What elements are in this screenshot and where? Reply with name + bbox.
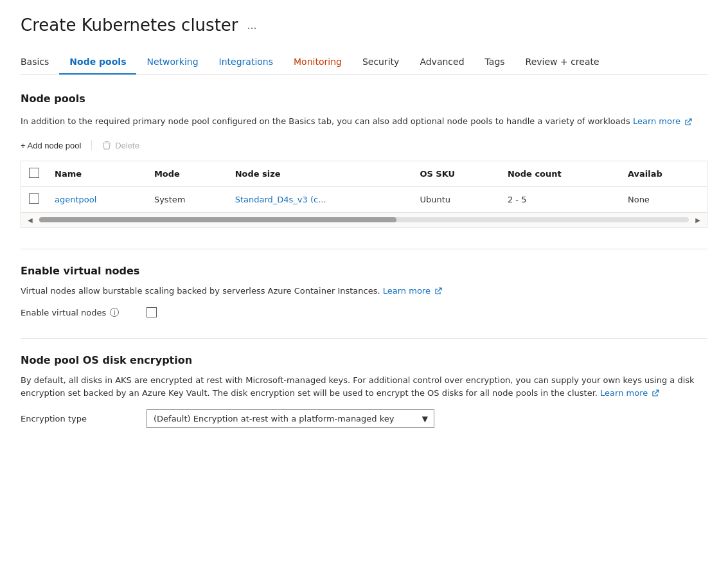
node-pools-table-container: Name Mode Node size OS SKU Node count Av… — [21, 161, 707, 228]
select-all-header — [21, 161, 47, 187]
col-availability: Availab — [620, 161, 707, 187]
virtual-nodes-title: Enable virtual nodes — [21, 265, 707, 277]
scroll-right-arrow[interactable]: ▶ — [694, 215, 702, 225]
row-checkbox[interactable] — [29, 193, 39, 204]
col-mode: Mode — [146, 161, 227, 187]
tab-networking[interactable]: Networking — [136, 50, 208, 75]
col-node-count: Node count — [500, 161, 620, 187]
node-pools-description: In addition to the required primary node… — [21, 115, 707, 128]
tab-monitoring[interactable]: Monitoring — [283, 50, 352, 75]
scroll-left-arrow[interactable]: ◀ — [26, 215, 34, 225]
node-pools-title: Node pools — [21, 93, 707, 105]
toolbar-separator — [91, 140, 92, 150]
tab-integrations[interactable]: Integrations — [209, 50, 283, 75]
disk-encryption-learn-more[interactable]: Learn more — [600, 388, 659, 398]
cell-node-size: Standard_D4s_v3 (c... — [227, 186, 413, 212]
row-checkbox-cell — [21, 186, 47, 212]
disk-encryption-section: Node pool OS disk encryption By default,… — [21, 354, 707, 428]
select-all-checkbox[interactable] — [29, 168, 39, 178]
node-size-link[interactable]: Standard_D4s_v3 (c... — [235, 195, 326, 204]
tab-security[interactable]: Security — [352, 50, 410, 75]
encryption-type-select[interactable]: (Default) Encryption at-rest with a plat… — [146, 409, 434, 428]
add-node-pool-button[interactable]: + Add node pool — [21, 138, 81, 153]
scroll-bar: ◀ ▶ — [21, 212, 707, 227]
tab-basics[interactable]: Basics — [21, 50, 59, 75]
agentpool-link[interactable]: agentpool — [55, 195, 96, 204]
cell-availability: None — [620, 186, 707, 212]
tab-tags[interactable]: Tags — [475, 50, 515, 75]
virtual-nodes-info-icon[interactable]: i — [110, 308, 119, 317]
svg-rect-0 — [103, 143, 111, 143]
table-row: agentpool System Standard_D4s_v3 (c... U… — [21, 186, 707, 212]
virtual-nodes-label: Enable virtual nodes i — [21, 308, 136, 317]
node-pools-table: Name Mode Node size OS SKU Node count Av… — [21, 161, 707, 212]
virtual-nodes-section: Enable virtual nodes Virtual nodes allow… — [21, 265, 707, 318]
tab-advanced[interactable]: Advanced — [409, 50, 474, 75]
delete-icon — [102, 141, 111, 150]
virtual-nodes-row: Enable virtual nodes i — [21, 307, 707, 317]
node-pools-learn-more[interactable]: Learn more — [633, 116, 692, 126]
encryption-select-wrapper: (Default) Encryption at-rest with a plat… — [146, 409, 434, 428]
col-name: Name — [47, 161, 146, 187]
tab-review-create[interactable]: Review + create — [515, 50, 610, 75]
cell-mode: System — [146, 186, 227, 212]
virtual-nodes-checkbox[interactable] — [146, 307, 157, 317]
encryption-type-label: Encryption type — [21, 414, 136, 423]
cell-name: agentpool — [47, 186, 146, 212]
disk-encryption-title: Node pool OS disk encryption — [21, 354, 707, 366]
virtual-nodes-learn-more[interactable]: Learn more — [383, 286, 442, 296]
delete-button[interactable]: Delete — [102, 138, 139, 153]
encryption-type-row: Encryption type (Default) Encryption at-… — [21, 409, 707, 428]
divider-1 — [21, 249, 707, 249]
divider-2 — [21, 338, 707, 339]
disk-encryption-description: By default, all disks in AKS are encrypt… — [21, 374, 707, 399]
cell-node-count: 2 - 5 — [500, 186, 620, 212]
node-pools-section: Node pools In addition to the required p… — [21, 93, 707, 228]
cell-os-sku: Ubuntu — [412, 186, 500, 212]
table-toolbar: + Add node pool Delete — [21, 138, 707, 153]
col-os-sku: OS SKU — [412, 161, 500, 187]
svg-rect-1 — [105, 141, 109, 142]
ellipsis-button[interactable]: ... — [244, 17, 261, 33]
scroll-track[interactable] — [39, 217, 689, 222]
scroll-thumb — [39, 217, 396, 222]
col-node-size: Node size — [227, 161, 413, 187]
tab-node-pools[interactable]: Node pools — [59, 50, 136, 75]
page-title: Create Kubernetes cluster — [21, 15, 238, 35]
virtual-nodes-description: Virtual nodes allow burstable scaling ba… — [21, 285, 707, 298]
tab-nav: Basics Node pools Networking Integration… — [21, 50, 707, 75]
